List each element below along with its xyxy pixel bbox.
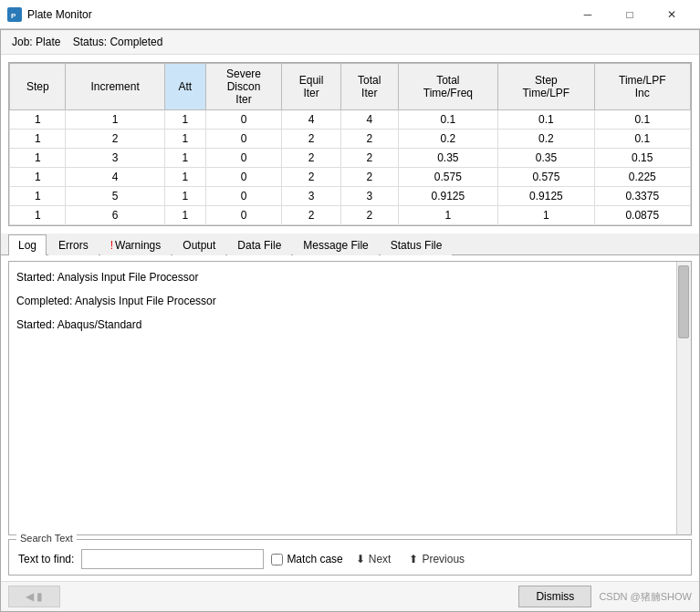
cell-increment: 5 <box>66 187 164 206</box>
cell-equilIter: 2 <box>282 206 341 225</box>
cell-totalIter: 2 <box>340 168 398 187</box>
dismiss-button[interactable]: Dismiss <box>518 586 591 607</box>
search-input[interactable] <box>81 549 264 569</box>
cell-increment: 2 <box>66 130 164 149</box>
cell-totalTimeFreq: 0.9125 <box>398 187 498 206</box>
col-total-iter: TotalIter <box>340 64 398 110</box>
warning-icon: ! <box>110 239 113 252</box>
tab-errors[interactable]: Errors <box>48 234 99 255</box>
cell-att: 1 <box>164 110 205 130</box>
cell-att: 1 <box>164 206 205 225</box>
log-line: Started: Analysis Input File Processor <box>16 269 684 285</box>
cell-totalTimeFreq: 0.575 <box>398 168 498 187</box>
tab-warnings[interactable]: !Warnings <box>100 234 172 255</box>
minimize-button[interactable]: ─ <box>567 0 609 29</box>
table-row: 1510330.91250.91250.3375 <box>10 187 691 206</box>
next-label: Next <box>369 553 392 565</box>
col-equil-iter: EquilIter <box>282 64 341 110</box>
cell-equilIter: 2 <box>282 168 341 187</box>
svg-text:P: P <box>11 12 16 20</box>
cell-stepTimeLPF: 0.35 <box>498 149 594 168</box>
cell-severeDiscon: 0 <box>205 110 281 130</box>
table-row: 1110440.10.10.1 <box>10 110 691 130</box>
scrollbar-thumb[interactable] <box>678 265 689 338</box>
match-case-checkbox[interactable] <box>271 554 283 565</box>
status-label: Status: <box>73 36 107 48</box>
monitor-table: Step Increment Att SevereDisconIter Equi… <box>9 63 691 225</box>
cell-increment: 4 <box>66 168 164 187</box>
table-row: 1210220.20.20.1 <box>10 130 691 149</box>
cell-timeLPFInc: 0.3375 <box>594 187 690 206</box>
cell-step: 1 <box>10 149 66 168</box>
tabs-bar: Log Errors !Warnings Output Data File Me… <box>1 233 699 255</box>
log-line: Completed: Analysis Input File Processor <box>16 293 684 309</box>
col-time-lpf-inc: Time/LPFInc <box>594 64 690 110</box>
cell-severeDiscon: 0 <box>205 130 281 149</box>
match-case-label[interactable]: Match case <box>271 553 342 565</box>
cell-timeLPFInc: 0.1 <box>594 130 690 149</box>
search-group: Search Text Text to find: Match case ⬇ N… <box>8 539 692 576</box>
log-line: Started: Abaqus/Standard <box>16 316 684 333</box>
watermark: CSDN @猪腩SHOW <box>599 590 692 604</box>
cell-step: 1 <box>10 168 66 187</box>
cell-stepTimeLPF: 0.2 <box>498 130 594 149</box>
cell-severeDiscon: 0 <box>205 168 281 187</box>
cell-att: 1 <box>164 149 205 168</box>
cell-totalTimeFreq: 0.35 <box>398 149 498 168</box>
tab-data-file[interactable]: Data File <box>227 234 291 255</box>
tab-status-file[interactable]: Status File <box>381 234 453 255</box>
window-title: Plate Monitor <box>27 8 567 21</box>
cell-equilIter: 4 <box>282 110 341 130</box>
cell-step: 1 <box>10 130 66 149</box>
tab-output[interactable]: Output <box>172 234 225 255</box>
main-window: Job: Plate Status: Completed Step Increm… <box>0 29 700 612</box>
data-table-container: Step Increment Att SevereDisconIter Equi… <box>8 62 692 226</box>
tab-log[interactable]: Log <box>8 234 47 255</box>
table-row: 1410220.5750.5750.225 <box>10 168 691 187</box>
job-status-bar: Job: Plate Status: Completed <box>1 30 699 55</box>
cell-timeLPFInc: 0.0875 <box>594 206 690 225</box>
cell-stepTimeLPF: 1 <box>498 206 594 225</box>
cell-totalTimeFreq: 1 <box>398 206 498 225</box>
col-att: Att <box>164 64 205 110</box>
cell-timeLPFInc: 0.1 <box>594 110 690 130</box>
table-row: 1310220.350.350.15 <box>10 149 691 168</box>
cell-increment: 1 <box>66 110 164 130</box>
previous-button[interactable]: ⬆ Previous <box>403 551 470 567</box>
cell-step: 1 <box>10 187 66 206</box>
cell-totalIter: 2 <box>340 130 398 149</box>
cell-severeDiscon: 0 <box>205 187 281 206</box>
cell-step: 1 <box>10 110 66 130</box>
previous-label: Previous <box>422 553 465 565</box>
col-increment: Increment <box>66 64 164 110</box>
cell-severeDiscon: 0 <box>205 206 281 225</box>
col-step-time-lpf: StepTime/LPF <box>498 64 594 110</box>
next-button[interactable]: ⬇ Next <box>350 551 397 567</box>
job-label: Job: <box>12 36 33 48</box>
cell-increment: 3 <box>66 149 164 168</box>
cell-totalIter: 2 <box>340 149 398 168</box>
text-find-label: Text to find: <box>18 553 74 565</box>
cell-timeLPFInc: 0.225 <box>594 168 690 187</box>
cell-step: 1 <box>10 206 66 225</box>
cell-totalIter: 2 <box>340 206 398 225</box>
table-row: 161022110.0875 <box>10 206 691 225</box>
maximize-button[interactable]: □ <box>609 0 651 29</box>
window-controls: ─ □ ✕ <box>567 0 693 29</box>
app-icon: P <box>7 7 22 22</box>
col-severe-discon: SevereDisconIter <box>205 64 281 110</box>
match-case-text: Match case <box>287 553 342 565</box>
back-button: ◀ ▮ <box>8 586 60 607</box>
tab-message-file[interactable]: Message File <box>293 234 378 255</box>
cell-totalIter: 4 <box>340 110 398 130</box>
bottom-bar: ◀ ▮ Dismiss CSDN @猪腩SHOW <box>1 581 699 611</box>
search-row: Text to find: Match case ⬇ Next ⬆ Previo… <box>18 549 682 569</box>
cell-increment: 6 <box>66 206 164 225</box>
cell-equilIter: 2 <box>282 130 341 149</box>
cell-totalTimeFreq: 0.2 <box>398 130 498 149</box>
cell-totalTimeFreq: 0.1 <box>398 110 498 130</box>
close-button[interactable]: ✕ <box>651 0 693 29</box>
log-area: Started: Analysis Input File ProcessorCo… <box>8 261 692 535</box>
cell-timeLPFInc: 0.15 <box>594 149 690 168</box>
scrollbar-track[interactable] <box>676 262 691 534</box>
